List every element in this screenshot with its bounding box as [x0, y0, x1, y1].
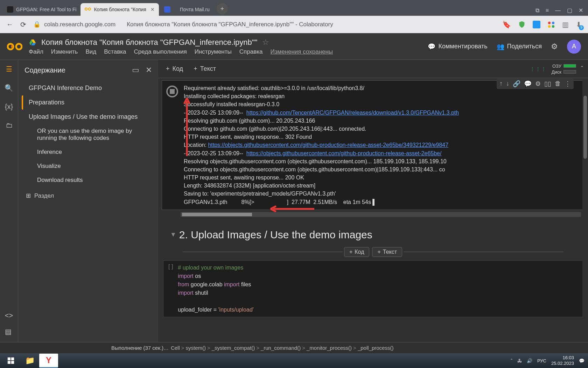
- add-section-button[interactable]: ⊞ Раздел: [22, 187, 155, 204]
- svg-rect-8: [8, 357, 10, 360]
- share-button[interactable]: 👥 Поделиться: [497, 43, 542, 50]
- colab-header: Копия блокнота "Копия блокнота "GFPGAN_i…: [0, 33, 588, 60]
- code-editor[interactable]: # upload your own imagesimport osfrom go…: [178, 264, 254, 314]
- vertical-scrollbar[interactable]: [582, 78, 588, 316]
- tray-expand-icon[interactable]: ˆ: [511, 358, 512, 363]
- gear-icon[interactable]: ⚙: [551, 42, 558, 51]
- toc-icon[interactable]: ☰: [6, 65, 12, 73]
- extension-icon[interactable]: [547, 21, 555, 28]
- toc-item[interactable]: GFPGAN Inference Demo: [22, 81, 155, 95]
- toc-item[interactable]: Preparations: [22, 95, 155, 110]
- extension-icon[interactable]: [533, 21, 540, 28]
- add-text-button[interactable]: +Текст: [191, 64, 219, 74]
- network-icon[interactable]: 🖧: [517, 358, 522, 363]
- code-cell[interactable]: [ ] # upload your own imagesimport osfro…: [163, 260, 583, 317]
- explorer-button[interactable]: 📁: [20, 354, 39, 368]
- svg-point-3: [552, 21, 554, 24]
- toc-item[interactable]: Download results: [22, 173, 155, 187]
- avatar[interactable]: A: [567, 40, 581, 54]
- move-up-icon[interactable]: ↑: [499, 80, 503, 88]
- notebook-scroll[interactable]: ↑ ↓ 🔗 💬 ⚙ ▯▯ 🗑 ⋮ Requirement already sat…: [158, 78, 588, 342]
- toc-item[interactable]: Visualize: [22, 159, 155, 173]
- add-code-button[interactable]: +Код: [163, 64, 186, 74]
- running-cell-icon[interactable]: [166, 86, 178, 97]
- new-tab-button[interactable]: +: [217, 3, 228, 14]
- input-lang[interactable]: РУС: [537, 358, 546, 363]
- browser-tab[interactable]: Почта Mail.ru: [176, 3, 214, 16]
- connection-menu-icon[interactable]: ⋮⋮⋮: [530, 66, 547, 72]
- toc-item[interactable]: Inference: [22, 145, 155, 159]
- volume-icon[interactable]: 🔊: [527, 358, 532, 363]
- colab-logo-icon[interactable]: [7, 42, 22, 52]
- browser-tab[interactable]: GFPGAN: Free AI Tool to Fi: [3, 3, 80, 16]
- horizontal-scrollbar[interactable]: [181, 212, 581, 217]
- output-text: Requirement already satisfied: oauthlib>…: [184, 84, 459, 206]
- files-icon[interactable]: 🗀: [6, 121, 13, 129]
- variables-icon[interactable]: {x}: [5, 103, 13, 111]
- section-title: 2. Upload Images / Use the demo images: [179, 229, 372, 241]
- svg-point-1: [89, 8, 91, 10]
- collapse-section-icon[interactable]: ▼: [170, 231, 176, 238]
- back-button[interactable]: ←: [6, 20, 13, 28]
- sidebar: Содержание ▭ ✕ GFPGAN Inference DemoPrep…: [18, 60, 158, 342]
- move-down-icon[interactable]: ↓: [506, 80, 509, 88]
- gear-icon[interactable]: ⚙: [535, 80, 541, 88]
- close-sidebar-icon[interactable]: ✕: [146, 66, 152, 75]
- menu-file[interactable]: Файл: [29, 48, 43, 55]
- menu-tools[interactable]: Инструменты: [195, 48, 232, 55]
- delete-icon[interactable]: 🗑: [555, 80, 561, 88]
- section-heading: ▼ 2. Upload Images / Use the demo images: [162, 218, 584, 244]
- minimize-icon[interactable]: —: [555, 7, 561, 14]
- toc-item[interactable]: OR you can use the demo image by running…: [22, 124, 155, 145]
- status-bar: Выполнение (37 сек.)… Cell>system()>_sys…: [0, 342, 588, 353]
- menu-view[interactable]: Вид: [85, 48, 96, 55]
- toc-item[interactable]: Upload Images / Use the demo images: [22, 110, 155, 124]
- reload-button[interactable]: ⟳: [20, 20, 26, 29]
- document-info: Копия блокнота "Копия блокнота "GFPGAN_i…: [29, 38, 333, 55]
- yandex-icon: Y: [46, 355, 51, 365]
- notifications-icon[interactable]: 💬: [579, 358, 584, 363]
- comment-icon[interactable]: 💬: [524, 80, 532, 88]
- url-field[interactable]: 🔒 colab.research.google.com: [33, 21, 115, 28]
- close-icon[interactable]: ✕: [579, 7, 583, 14]
- tab-title: Почта Mail.ru: [180, 7, 210, 12]
- resource-indicator[interactable]: ОЗУ Диск: [552, 63, 576, 75]
- clock[interactable]: 16:03 25.02.2023: [551, 355, 574, 366]
- copy-url-icon[interactable]: ⧉: [536, 7, 539, 14]
- mirror-icon[interactable]: ▯▯: [544, 80, 551, 88]
- browser-tab[interactable]: Копия блокнота "Копия ✕: [80, 3, 159, 16]
- menu-icon[interactable]: ≡: [546, 7, 549, 14]
- terminal-icon[interactable]: ▤: [5, 327, 13, 336]
- close-icon[interactable]: ✕: [150, 7, 155, 12]
- sidebar-title: Содержание: [24, 66, 65, 74]
- add-text-label: Текст: [200, 65, 216, 73]
- maximize-icon[interactable]: ▢: [567, 7, 572, 14]
- yandex-browser-button[interactable]: Y: [39, 354, 58, 368]
- star-icon[interactable]: ☆: [262, 38, 269, 47]
- menu-runtime[interactable]: Среда выполнения: [134, 48, 187, 55]
- link-icon[interactable]: 🔗: [513, 80, 520, 88]
- lock-icon: 🔒: [33, 21, 41, 28]
- colab-icon: [85, 6, 91, 13]
- downloads-icon[interactable]: ⬇9: [576, 20, 582, 29]
- sidebar-icon[interactable]: ▥: [562, 20, 569, 29]
- search-icon[interactable]: 🔍: [5, 84, 13, 92]
- command-icon[interactable]: <>: [5, 312, 13, 320]
- collapse-icon[interactable]: ˆ: [581, 65, 583, 73]
- comment-button[interactable]: 💬 Комментировать: [428, 43, 487, 50]
- insert-code-button[interactable]: +Код: [344, 247, 370, 257]
- browser-tab[interactable]: [159, 3, 176, 16]
- insert-text-button[interactable]: +Текст: [372, 247, 402, 257]
- save-status: Изменения сохранены: [270, 48, 333, 55]
- start-button[interactable]: [1, 354, 20, 368]
- menu-edit[interactable]: Изменить: [51, 48, 78, 55]
- plus-icon: +: [377, 249, 380, 255]
- new-section-icon[interactable]: ▭: [132, 66, 139, 75]
- menu-insert[interactable]: Вставка: [104, 48, 126, 55]
- shield-icon[interactable]: [518, 21, 526, 28]
- bookmark-icon[interactable]: 🔖: [502, 20, 511, 29]
- menu-help[interactable]: Справка: [239, 48, 263, 55]
- svg-rect-11: [11, 361, 14, 364]
- document-title[interactable]: Копия блокнота "Копия блокнота "GFPGAN_i…: [41, 38, 257, 47]
- more-icon[interactable]: ⋮: [565, 80, 571, 88]
